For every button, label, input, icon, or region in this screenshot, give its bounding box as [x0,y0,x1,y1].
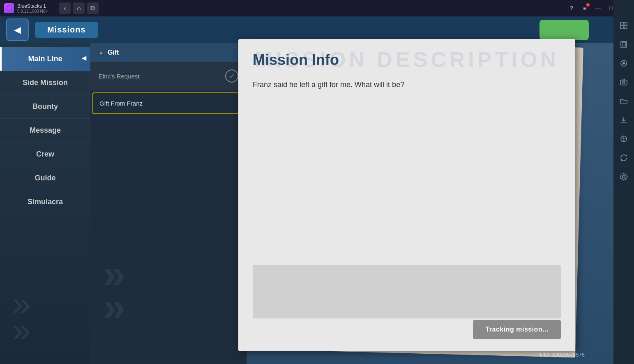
svg-point-11 [622,81,625,84]
svg-rect-4 [620,26,623,29]
category-arrow-icon: ▲ [99,50,104,55]
mission-category-header[interactable]: ▲ Gift [90,43,247,62]
tracking-mission-button[interactable]: Tracking mission... [473,320,561,339]
mission-label: Elric's Request [99,73,140,80]
sidebar-item-guide[interactable]: Guide [0,166,90,190]
app-title-group: BlueStacks 1 5.9.12.1003 N64 [17,3,48,14]
multi-nav-button[interactable]: ⧉ [87,2,99,14]
sidebar-item-message[interactable]: Message [0,119,90,143]
app-version: 5.9.12.1003 N64 [17,9,48,14]
sidebar-icon-download[interactable] [615,111,633,129]
back-button[interactable]: ◀ [6,18,29,41]
title-bar-left: BlueStacks 1 5.9.12.1003 N64 ‹ ⌂ ⧉ [4,2,99,14]
minimize-button[interactable]: — [592,2,604,14]
back-nav-button[interactable]: ‹ [59,2,71,14]
sidebar-icon-folder[interactable] [615,92,633,110]
sidebar-icon-map[interactable] [615,16,633,35]
help-button[interactable]: ? [566,2,577,14]
left-nav: Main Line Side Mission Bounty Message Cr… [0,43,90,364]
info-content: Mission Info Franz said he left a gift f… [238,39,575,103]
mission-decorative-arrows: »» [103,257,126,323]
sidebar-icon-location[interactable] [615,130,633,148]
back-arrow-icon: ◀ [14,25,21,35]
sidebar-icon-settings[interactable] [615,168,633,186]
svg-point-18 [622,175,625,178]
nav-decorative-arrows: »» [12,291,31,343]
bs-right-sidebar [613,0,634,364]
sidebar-item-simulacra[interactable]: Simulacra [0,190,90,214]
sidebar-icon-sync[interactable] [615,149,633,167]
sidebar-icon-camera[interactable] [615,73,633,91]
mission-panel: ▲ Gift Elric's Request ✓ Gift From Franz… [90,43,247,364]
home-nav-button[interactable]: ⌂ [73,2,85,14]
title-bar-nav: ‹ ⌂ ⧉ [59,2,99,14]
info-panel: MISSION DESCRIPTION Mission Info Franz s… [238,39,575,351]
completed-check-icon: ✓ [225,69,238,83]
info-title: Mission Info [253,51,561,69]
svg-marker-1 [7,7,11,10]
sidebar-item-side-mission[interactable]: Side Mission [0,71,90,95]
sidebar-item-bounty[interactable]: Bounty [0,95,90,119]
mission-item-elrics-request[interactable]: Elric's Request ✓ [90,62,247,90]
game-area: ◀ Missions Main Line Side Mission Bounty… [0,16,613,364]
sidebar-icon-record[interactable] [615,54,633,72]
svg-marker-16 [626,154,627,157]
sidebar-icon-layers[interactable] [615,35,633,53]
header-action-button[interactable] [539,20,589,40]
svg-rect-2 [620,22,623,25]
sidebar-item-crew[interactable]: Crew [0,143,90,166]
svg-rect-10 [620,80,627,85]
info-content-box [253,265,561,318]
mission-item-gift-from-franz[interactable]: Gift From Franz [92,92,244,114]
category-label: Gift [108,49,119,56]
bluestacks-logo [4,3,14,13]
sidebar-item-main-line[interactable]: Main Line [0,47,90,71]
mission-label: Gift From Franz [99,100,143,107]
svg-rect-7 [622,43,625,46]
svg-rect-6 [621,41,627,47]
svg-marker-17 [620,159,622,161]
svg-point-9 [622,62,625,65]
app-name: BlueStacks 1 [17,3,48,9]
page-title: Missions [35,22,98,38]
uid-text: UID: 19029978576 [540,352,585,358]
info-description: Franz said he left a gift for me. What w… [253,79,561,91]
notification-dot [586,3,590,7]
title-bar: BlueStacks 1 5.9.12.1003 N64 ‹ ⌂ ⧉ ? ≡ —… [0,0,634,16]
svg-rect-3 [624,22,627,25]
svg-rect-5 [624,26,627,29]
